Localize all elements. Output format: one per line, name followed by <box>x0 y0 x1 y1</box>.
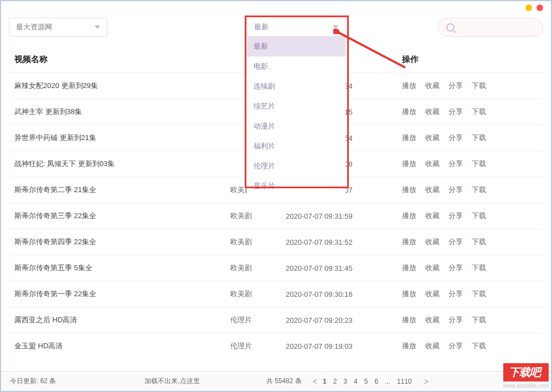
fav-button[interactable]: 收藏 <box>425 315 440 325</box>
fav-button[interactable]: 收藏 <box>425 81 440 91</box>
play-button[interactable]: 播放 <box>402 107 416 117</box>
cell-name: 斯蒂尔传奇第五季 5集全 <box>14 263 230 273</box>
dropdown-item-1[interactable]: 电影 <box>247 56 345 76</box>
fav-button[interactable]: 收藏 <box>425 185 440 195</box>
pager-page[interactable]: 1 <box>323 378 327 385</box>
dropdown-item-4[interactable]: 动漫片 <box>247 116 345 136</box>
cell-time: 2020-07-07 09:31:59 <box>286 212 402 220</box>
table-row: 斯蒂尔传奇第一季 22集全欧美剧2020-07-07 09:30:16播放收藏分… <box>9 281 543 307</box>
cell-ops: 播放收藏分享下载 <box>402 81 538 91</box>
cell-time: 2020-07-07 09:31:45 <box>286 264 402 272</box>
play-button[interactable]: 播放 <box>402 341 416 351</box>
play-button[interactable]: 播放 <box>402 81 416 91</box>
fav-button[interactable]: 收藏 <box>425 237 440 247</box>
share-button[interactable]: 分享 <box>448 159 463 169</box>
category-select[interactable]: 最新 <box>247 18 345 37</box>
table-row: 斯蒂尔传奇第四季 22集全欧美剧2020-07-07 09:31:52播放收藏分… <box>9 229 543 255</box>
fav-button[interactable]: 收藏 <box>425 289 440 299</box>
cell-time: 2020-07-07 09:19:03 <box>286 342 402 350</box>
share-button[interactable]: 分享 <box>448 263 463 273</box>
share-button[interactable]: 分享 <box>448 185 463 195</box>
pager-page: ... <box>385 378 390 385</box>
play-button[interactable]: 播放 <box>402 237 416 247</box>
cell-ops: 播放收藏分享下载 <box>402 315 538 325</box>
download-button[interactable]: 下载 <box>472 81 486 91</box>
category-dropdown: 最新电影连续剧综艺片动漫片福利片伦理片音乐片 <box>247 37 345 196</box>
cell-name: 斯蒂尔传奇第二季 21集全 <box>14 185 230 195</box>
download-button[interactable]: 下载 <box>472 341 486 351</box>
share-button[interactable]: 分享 <box>448 341 463 351</box>
dropdown-item-3[interactable]: 综艺片 <box>247 96 345 116</box>
dropdown-item-7[interactable]: 音乐片 <box>247 176 345 196</box>
pager-page[interactable]: 6 <box>374 378 378 385</box>
cell-category: 欧美剧 <box>230 289 286 299</box>
source-select[interactable]: 最大资源网 <box>9 18 107 37</box>
dropdown-item-2[interactable]: 连续剧 <box>247 76 345 96</box>
share-button[interactable]: 分享 <box>448 315 463 325</box>
share-button[interactable]: 分享 <box>448 107 463 117</box>
cell-ops: 播放收藏分享下载 <box>402 341 538 351</box>
play-button[interactable]: 播放 <box>402 159 416 169</box>
download-button[interactable]: 下载 <box>472 237 486 247</box>
play-button[interactable]: 播放 <box>402 185 416 195</box>
download-button[interactable]: 下载 <box>472 315 486 325</box>
fav-button[interactable]: 收藏 <box>425 133 440 143</box>
footer: 今日更新: 62 条 加载不出来,点这里 共 55482 条 < 123456.… <box>1 371 551 391</box>
share-button[interactable]: 分享 <box>448 133 463 143</box>
download-button[interactable]: 下载 <box>472 185 486 195</box>
reload-link[interactable]: 加载不出来,点这里 <box>145 376 199 386</box>
chevron-down-icon <box>95 25 100 29</box>
fav-button[interactable]: 收藏 <box>425 263 440 273</box>
pager-page[interactable]: 5 <box>364 378 368 385</box>
col-header-name: 视频名称 <box>14 54 230 65</box>
pager: < 123456...1110 > <box>313 377 429 386</box>
pager-page[interactable]: 4 <box>354 378 358 385</box>
dropdown-item-0[interactable]: 最新 <box>247 37 345 56</box>
pager-next[interactable]: > <box>424 377 429 386</box>
download-button[interactable]: 下载 <box>472 107 486 117</box>
pager-prev[interactable]: < <box>313 377 317 386</box>
pager-page[interactable]: 3 <box>343 378 347 385</box>
share-button[interactable]: 分享 <box>448 237 463 247</box>
dropdown-item-6[interactable]: 伦理片 <box>247 156 345 176</box>
cell-name: 战神狂妃: 凤倾天下 更新到03集 <box>14 159 230 169</box>
download-button[interactable]: 下载 <box>472 159 486 169</box>
play-button[interactable]: 播放 <box>402 263 416 273</box>
cell-ops: 播放收藏分享下载 <box>402 263 538 273</box>
cell-time: 2020-07-07 09:30:16 <box>286 290 402 298</box>
minimize-button[interactable] <box>525 4 532 11</box>
download-button[interactable]: 下载 <box>472 289 486 299</box>
share-button[interactable]: 分享 <box>448 211 463 221</box>
download-button[interactable]: 下载 <box>472 133 486 143</box>
cell-category: 欧美剧 <box>230 211 286 221</box>
cell-ops: 播放收藏分享下载 <box>402 159 538 169</box>
pager-page[interactable]: 1110 <box>397 378 412 385</box>
pager-page[interactable]: 2 <box>333 378 337 385</box>
cell-name: 斯蒂尔传奇第一季 22集全 <box>14 289 230 299</box>
cell-time: 2020-07-07 09:31:52 <box>286 238 402 246</box>
cell-name: 斯蒂尔传奇第四季 22集全 <box>14 237 230 247</box>
chevron-down-icon <box>333 25 338 29</box>
cell-name: 金玉盟 HD高清 <box>14 341 230 351</box>
fav-button[interactable]: 收藏 <box>425 341 440 351</box>
fav-button[interactable]: 收藏 <box>425 107 440 117</box>
share-button[interactable]: 分享 <box>448 81 463 91</box>
download-button[interactable]: 下载 <box>472 211 486 221</box>
search-input[interactable] <box>438 18 543 37</box>
cell-name: 麻辣女配2020 更新到29集 <box>14 81 230 91</box>
play-button[interactable]: 播放 <box>402 315 416 325</box>
dropdown-item-5[interactable]: 福利片 <box>247 136 345 156</box>
source-select-label: 最大资源网 <box>16 22 52 32</box>
cell-category: 伦理片 <box>230 315 286 325</box>
play-button[interactable]: 播放 <box>402 289 416 299</box>
play-button[interactable]: 播放 <box>402 133 416 143</box>
share-button[interactable]: 分享 <box>448 289 463 299</box>
fav-button[interactable]: 收藏 <box>425 211 440 221</box>
download-button[interactable]: 下载 <box>472 263 486 273</box>
titlebar <box>1 1 551 14</box>
table-row: 斯蒂尔传奇第五季 5集全欧美剧2020-07-07 09:31:45播放收藏分享… <box>9 255 543 281</box>
close-button[interactable] <box>536 4 543 11</box>
play-button[interactable]: 播放 <box>402 211 416 221</box>
fav-button[interactable]: 收藏 <box>425 159 440 169</box>
cell-ops: 播放收藏分享下载 <box>402 185 538 195</box>
